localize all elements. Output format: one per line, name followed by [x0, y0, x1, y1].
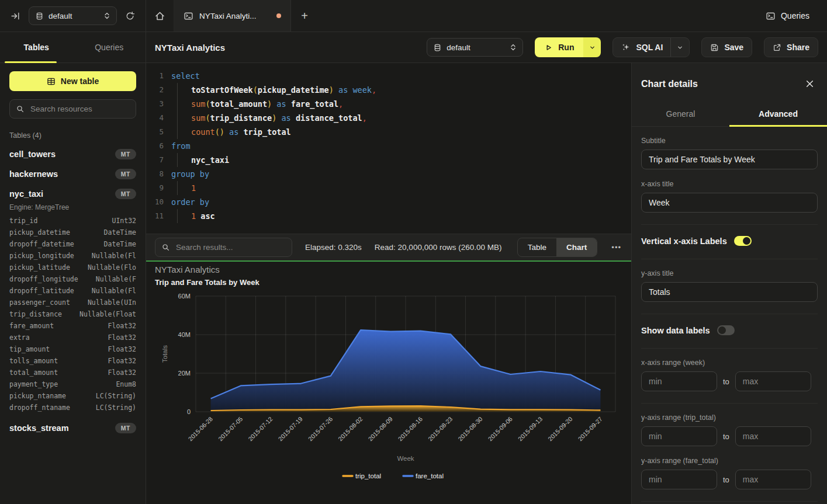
share-button[interactable]: Share: [764, 37, 818, 57]
sql-editor[interactable]: 1select2toStartOfWeek(pickup_datetime) a…: [146, 63, 631, 234]
run-options-button[interactable]: [583, 37, 601, 57]
column-row: tip_amountFloat32: [9, 343, 136, 355]
code-token: [291, 111, 296, 125]
yaxis-range-fare-min-input[interactable]: [641, 470, 717, 489]
table-row[interactable]: hackernewsMT: [9, 169, 136, 179]
table-name: nyc_taxi: [9, 189, 43, 199]
line-number: 11: [146, 209, 164, 223]
close-panel-button[interactable]: [804, 78, 815, 89]
refresh-button[interactable]: [123, 9, 137, 23]
collapse-sidebar-button[interactable]: [8, 9, 23, 23]
database-icon: [35, 12, 44, 20]
column-row: pickup_ntanameLC(String): [9, 390, 136, 402]
database-value: default: [49, 12, 99, 20]
code-token: trip_total: [243, 125, 290, 139]
column-type: DateTime: [104, 227, 136, 238]
code-token: sum: [191, 111, 205, 125]
panel-title: Chart details: [641, 79, 698, 89]
run-button[interactable]: Run: [535, 37, 583, 57]
new-tab-button[interactable]: +: [291, 0, 318, 32]
line-number: 3: [146, 97, 164, 111]
yaxis-range-trip-min-input[interactable]: [641, 426, 717, 446]
svg-text:2015-07-05: 2015-07-05: [217, 415, 244, 443]
app-root: default NYTaxi Analyti... +: [0, 0, 827, 504]
new-table-button[interactable]: New table: [9, 71, 136, 91]
code-token: [171, 181, 191, 195]
search-results-input[interactable]: [175, 242, 286, 252]
xaxis-title-input[interactable]: [641, 193, 818, 213]
table-row[interactable]: stocks_streamMT: [9, 423, 136, 433]
column-type: Float32: [108, 332, 136, 343]
tab-nytaxi-analytics[interactable]: NYTaxi Analyti...: [174, 0, 291, 32]
more-options-button[interactable]: •••: [610, 241, 622, 254]
tab-advanced[interactable]: Advanced: [729, 103, 827, 126]
column-type: Enum8: [116, 378, 136, 390]
search-icon: [161, 243, 170, 252]
query-tab-icon: [184, 11, 193, 21]
search-resources-input[interactable]: [29, 104, 130, 114]
xaxis-range-min-input[interactable]: [641, 371, 717, 391]
column-name: tip_amount: [9, 343, 50, 355]
save-icon: [710, 43, 719, 52]
column-name: payment_type: [9, 378, 58, 390]
view-toggle-chart[interactable]: Chart: [556, 238, 597, 256]
code-token: ,: [372, 83, 376, 97]
query-database-selector[interactable]: default: [427, 38, 523, 57]
save-button[interactable]: Save: [701, 37, 752, 57]
top-bar: default NYTaxi Analyti... +: [0, 0, 827, 32]
subtitle-input[interactable]: [641, 150, 818, 169]
vertical-xaxis-labels-toggle[interactable]: [734, 236, 752, 246]
panel-tabs: General Advanced: [632, 103, 827, 127]
yaxis-range-trip-max-input[interactable]: [735, 426, 811, 446]
sidebar-tab-tables[interactable]: Tables: [0, 32, 73, 62]
column-type: Nullable(Float: [79, 308, 136, 320]
svg-text:40M: 40M: [178, 331, 191, 338]
xaxis-range-group: x-axis range (week) to: [641, 349, 818, 404]
line-number: 4: [146, 111, 164, 125]
view-toggle-table[interactable]: Table: [518, 238, 556, 256]
vertical-xaxis-labels-label: Vertical x-axis Labels: [641, 237, 727, 246]
column-name: trip_distance: [9, 308, 62, 320]
column-row: passenger_countNullable(UIn: [9, 297, 136, 308]
run-button-group: Run: [535, 37, 601, 57]
code-token: as: [281, 111, 290, 125]
code-token: [196, 209, 200, 223]
line-number: 2: [146, 83, 164, 97]
results-bar: Elapsed: 0.320s Read: 20,000,000 rows (2…: [146, 234, 631, 260]
svg-text:trip_total: trip_total: [355, 472, 381, 479]
show-data-labels-toggle[interactable]: [717, 325, 735, 335]
code-token: distance_total: [296, 111, 362, 125]
code-token: as: [338, 83, 348, 97]
home-tab-button[interactable]: [146, 0, 174, 32]
column-row: total_amountFloat32: [9, 367, 136, 378]
yaxis-title-input[interactable]: [641, 282, 818, 302]
table-row[interactable]: nyc_taxiMT: [9, 189, 136, 199]
code-line: 3sum(total_amount) as fare_total,: [146, 97, 631, 111]
code-token: [171, 153, 191, 167]
table-row[interactable]: cell_towersMT: [9, 149, 136, 159]
code-token: [171, 111, 191, 125]
table-name: hackernews: [9, 169, 58, 179]
column-type: Float32: [108, 343, 136, 355]
sidebar-database-selector[interactable]: default: [29, 6, 117, 25]
xaxis-range-max-input[interactable]: [735, 371, 811, 391]
column-type: Float32: [108, 367, 136, 378]
column-type: LC(String): [96, 402, 136, 413]
code-token: 1: [191, 209, 196, 223]
queries-button[interactable]: Queries: [762, 11, 813, 22]
sql-ai-button[interactable]: SQL AI: [613, 37, 690, 57]
yaxis-range-fare-max-input[interactable]: [735, 470, 811, 489]
column-row: pickup_datetimeDateTime: [9, 227, 136, 238]
share-icon: [773, 43, 781, 52]
code-token: pickup_datetime: [258, 83, 329, 97]
sql-ai-options-button[interactable]: [670, 38, 689, 57]
results-search: [155, 238, 292, 257]
code-token: ): [272, 111, 276, 125]
query-toolbar: NYTaxi Analytics default: [146, 32, 827, 63]
columns-list: trip_idUInt32pickup_datetimeDateTimedrop…: [9, 215, 136, 413]
column-name: extra: [9, 332, 30, 343]
view-toggle: Table Chart: [517, 238, 598, 257]
sidebar-tab-queries[interactable]: Queries: [73, 32, 146, 62]
tab-general[interactable]: General: [632, 103, 729, 126]
column-row: tolls_amountFloat32: [9, 355, 136, 367]
